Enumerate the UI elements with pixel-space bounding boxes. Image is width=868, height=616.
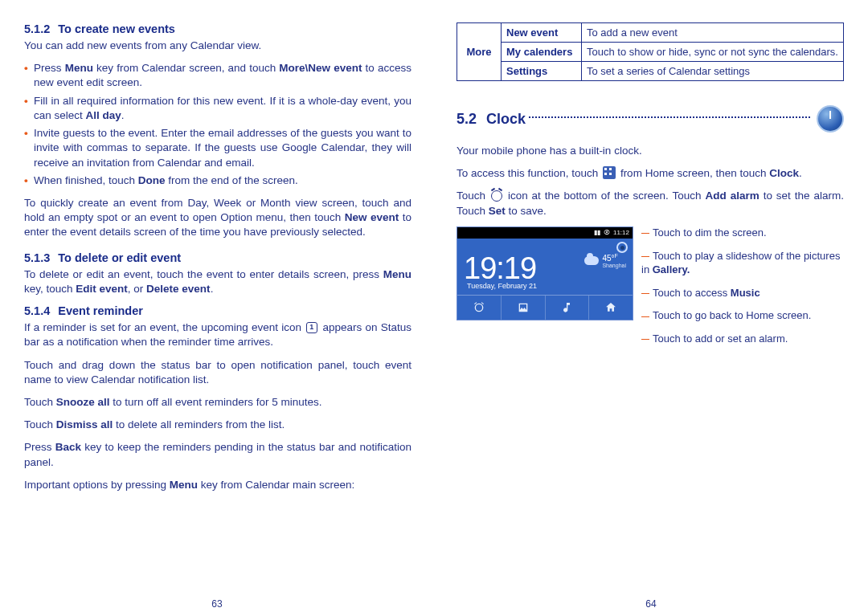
weather-widget: 45°F Shanghai xyxy=(584,253,626,268)
alarm-clock-icon xyxy=(491,190,502,202)
callout-gallery: Touch to play a slideshow of the picture… xyxy=(641,250,844,277)
heading-number: 5.1.3 xyxy=(24,251,50,264)
page-number: 63 xyxy=(0,598,434,610)
callout-alarm: Touch to add or set an alarm. xyxy=(641,332,844,346)
alarm-icon[interactable] xyxy=(457,296,502,320)
status-bar: ▮▮ ⦿ 11:12 xyxy=(457,227,633,239)
dim-icon[interactable] xyxy=(616,242,628,253)
clock-access: To access this function, touch from Home… xyxy=(457,166,844,181)
gallery-icon[interactable] xyxy=(502,296,546,320)
clock-screenshot-block: ▮▮ ⦿ 11:12 19:19 Tuesday, February 21 45… xyxy=(457,226,844,356)
list-item: Invite guests to the event. Enter the em… xyxy=(24,126,411,170)
heading-5-1-2: 5.1.2 To create new events xyxy=(24,22,411,35)
section-number: 5.2 xyxy=(457,111,477,128)
clock-bottom-bar xyxy=(457,295,633,320)
table-head-new-event: New event xyxy=(502,23,582,43)
cloud-icon xyxy=(584,256,599,265)
list-item: Press Menu key from Calendar screen, and… xyxy=(24,61,411,90)
table-head-my-calendars: My calenders xyxy=(502,43,582,62)
table-cell: To add a new event xyxy=(582,23,844,43)
reminder-p3: Touch Snooze all to turn off all event r… xyxy=(24,395,411,410)
clock-alarm-instruction: Touch icon at the bottom of the screen. … xyxy=(457,189,844,218)
heading-number: 5.1.2 xyxy=(24,22,50,35)
create-event-steps: Press Menu key from Calendar screen, and… xyxy=(24,61,411,188)
clock-screenshot: ▮▮ ⦿ 11:12 19:19 Tuesday, February 21 45… xyxy=(457,226,633,320)
home-icon[interactable] xyxy=(589,296,633,320)
page-left: 5.1.2 To create new events You can add n… xyxy=(0,0,434,616)
clock-intro: Your mobile phone has a built-in clock. xyxy=(457,144,844,158)
callout-list: Touch to dim the screen. Touch to play a… xyxy=(641,226,844,356)
reminder-p4: Touch Dismiss all to delete all reminder… xyxy=(24,418,411,432)
list-item: Fill in all required information for thi… xyxy=(24,94,411,123)
clock-app-icon xyxy=(817,105,844,133)
heading-5-1-3: 5.1.3 To delete or edit event xyxy=(24,251,411,264)
table-head-settings: Settings xyxy=(502,62,582,81)
clock-date: Tuesday, February 21 xyxy=(467,282,537,290)
table-cell: To set a series of Calendar settings xyxy=(582,62,844,81)
wifi-icon: ⦿ xyxy=(604,229,610,236)
reminder-p6: Important options by pressing Menu key f… xyxy=(24,478,411,492)
reminder-p5: Press Back key to keep the reminders pen… xyxy=(24,440,411,469)
section-5-2-header: 5.2 Clock xyxy=(457,105,844,133)
intro-text: You can add new events from any Calendar… xyxy=(24,39,411,53)
heading-title: To create new events xyxy=(58,22,175,35)
callout-music: Touch to access Music xyxy=(641,287,844,300)
list-item: When finished, touch Done from the end o… xyxy=(24,173,411,188)
status-time: 11:12 xyxy=(613,229,629,236)
heading-number: 5.1.4 xyxy=(24,304,50,317)
callout-dim: Touch to dim the screen. xyxy=(641,226,844,240)
apps-grid-icon xyxy=(603,166,616,179)
reminder-p2: Touch and drag down the status bar to op… xyxy=(24,358,411,387)
menu-options-table: More New event To add a new event My cal… xyxy=(457,22,844,81)
clock-time: 19:19 xyxy=(464,253,537,284)
reminder-p1: If a reminder is set for an event, the u… xyxy=(24,320,411,349)
music-icon[interactable] xyxy=(546,296,590,320)
section-title: Clock xyxy=(486,111,526,128)
table-cell: Touch to show or hide, sync or not sync … xyxy=(582,43,844,62)
signal-icon: ▮▮ xyxy=(594,229,600,236)
page-number: 64 xyxy=(434,598,868,610)
table-group-more: More xyxy=(457,23,502,81)
heading-5-1-4: 5.1.4 Event reminder xyxy=(24,304,411,317)
heading-title: To delete or edit event xyxy=(58,251,181,264)
delete-edit-text: To delete or edit an event, touch the ev… xyxy=(24,267,411,296)
heading-title: Event reminder xyxy=(58,304,143,317)
dotted-leader xyxy=(529,116,810,118)
quick-create-paragraph: To quickly create an event from Day, Wee… xyxy=(24,196,411,240)
page-right: More New event To add a new event My cal… xyxy=(434,0,868,616)
notification-icon xyxy=(306,322,317,333)
callout-home: Touch to go back to Home screen. xyxy=(641,309,844,323)
